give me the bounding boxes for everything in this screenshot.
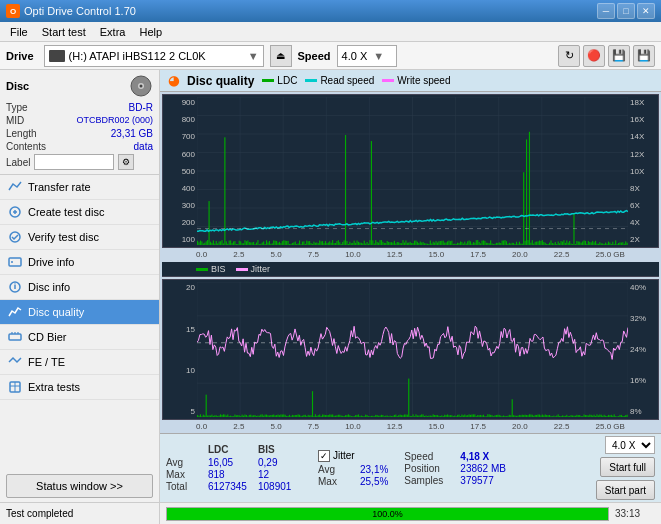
- jitter-max-val: 25,5%: [360, 476, 388, 487]
- max-bis-val: 12: [258, 469, 302, 480]
- drive-icon: [49, 50, 65, 62]
- svg-rect-12: [9, 334, 21, 340]
- nav-extra-tests[interactable]: Extra tests: [0, 375, 159, 400]
- svg-point-11: [14, 283, 15, 284]
- left-panel: Disc Type BD-R MID OTCBDR002 (000) Lengt…: [0, 70, 160, 524]
- nav-create-test-disc[interactable]: Create test disc: [0, 200, 159, 225]
- label-input[interactable]: [34, 154, 114, 170]
- menu-start-test[interactable]: Start test: [36, 24, 92, 40]
- toolbar-btn-4[interactable]: 💾: [633, 45, 655, 67]
- write-speed-legend-color: [382, 79, 394, 82]
- svg-rect-7: [9, 258, 21, 266]
- toolbar-btn-3[interactable]: 💾: [608, 45, 630, 67]
- start-part-button[interactable]: Start part: [596, 480, 655, 500]
- close-button[interactable]: ✕: [637, 3, 655, 19]
- top-chart: 900800700600500400300200100 18X16X14X12X…: [162, 94, 659, 248]
- menu-bar: File Start test Extra Help: [0, 22, 661, 42]
- progress-time: 33:13: [615, 508, 655, 519]
- menu-file[interactable]: File: [4, 24, 34, 40]
- speed-selector[interactable]: 4.0 X ▼: [337, 45, 397, 67]
- verify-disc-icon: [8, 230, 22, 244]
- progress-percent: 100.0%: [167, 508, 608, 520]
- app-title: Opti Drive Control 1.70: [24, 5, 136, 17]
- contents-value: data: [134, 141, 153, 152]
- type-label: Type: [6, 102, 28, 113]
- main-content: Disc Type BD-R MID OTCBDR002 (000) Lengt…: [0, 70, 661, 524]
- charts-area: 900800700600500400300200100 18X16X14X12X…: [160, 92, 661, 433]
- speed-dropdown-arrow: ▼: [373, 50, 384, 62]
- menu-extra[interactable]: Extra: [94, 24, 132, 40]
- svg-point-2: [140, 85, 143, 88]
- label-button[interactable]: ⚙: [118, 154, 134, 170]
- right-panel: ◕ Disc quality LDC Read speed Write spee…: [160, 70, 661, 524]
- speed-dropdown[interactable]: 4.0 X: [605, 436, 655, 454]
- toolbar-btn-2[interactable]: 🔴: [583, 45, 605, 67]
- ldc-legend-label: LDC: [277, 75, 297, 86]
- nav-verify-test-disc[interactable]: Verify test disc: [0, 225, 159, 250]
- top-x-labels: 0.02.55.07.510.012.515.017.520.022.525.0…: [162, 250, 659, 259]
- drive-bar: Drive (H:) ATAPI iHBS112 2 CL0K ▼ ⏏ Spee…: [0, 42, 661, 70]
- nav-items: Transfer rate Create test disc Verify te…: [0, 175, 159, 470]
- fe-te-icon: [8, 355, 22, 369]
- mid-value: OTCBDR002 (000): [76, 115, 153, 126]
- avg-label: Avg: [166, 457, 202, 468]
- jitter-label: Jitter: [333, 450, 355, 461]
- label-label: Label: [6, 157, 30, 168]
- read-speed-legend-color: [305, 79, 317, 82]
- progress-bar-row: 100.0% 33:13: [160, 502, 661, 524]
- menu-help[interactable]: Help: [133, 24, 168, 40]
- contents-label: Contents: [6, 141, 46, 152]
- app-icon: O: [6, 4, 20, 18]
- chart-header: ◕ Disc quality LDC Read speed Write spee…: [160, 70, 661, 92]
- eject-button[interactable]: ⏏: [270, 45, 292, 67]
- title-bar: O Opti Drive Control 1.70 ─ □ ✕: [0, 0, 661, 22]
- legend: LDC Read speed Write speed: [262, 75, 450, 86]
- speed-position: Speed 4,18 X Position 23862 MB Samples 3…: [404, 451, 506, 486]
- bottom-chart-legend: BIS Jitter: [162, 262, 659, 277]
- nav-disc-info[interactable]: Disc info: [0, 275, 159, 300]
- jitter-checkbox[interactable]: ✓: [318, 450, 330, 462]
- action-buttons: 4.0 X Start full Start part: [596, 436, 655, 500]
- minimize-button[interactable]: ─: [597, 3, 615, 19]
- cd-bier-icon: [8, 330, 22, 344]
- progress-bar-container: 100.0%: [166, 507, 609, 521]
- position-value: 23862 MB: [460, 463, 506, 474]
- maximize-button[interactable]: □: [617, 3, 635, 19]
- jitter-avg-val: 23,1%: [360, 464, 388, 475]
- drive-selector[interactable]: (H:) ATAPI iHBS112 2 CL0K ▼: [44, 45, 264, 67]
- disc-icon: [129, 74, 153, 98]
- disc-section: Disc Type BD-R MID OTCBDR002 (000) Lengt…: [0, 70, 159, 175]
- extra-tests-icon: [8, 380, 22, 394]
- total-bis-val: 108901: [258, 481, 302, 492]
- nav-drive-info[interactable]: Drive info: [0, 250, 159, 275]
- type-value: BD-R: [129, 102, 153, 113]
- top-chart-canvas: [197, 97, 628, 245]
- stats-ldc-bis: LDC BIS Avg 16,05 0,29 Max 818 12 Total …: [166, 444, 302, 492]
- disc-quality-icon: [8, 305, 22, 319]
- speed-label: Speed: [404, 451, 454, 462]
- avg-bis-val: 0,29: [258, 457, 302, 468]
- dropdown-arrow: ▼: [248, 50, 259, 62]
- length-value: 23,31 GB: [111, 128, 153, 139]
- total-ldc-val: 6127345: [208, 481, 252, 492]
- nav-disc-quality[interactable]: Disc quality: [0, 300, 159, 325]
- toolbar-btn-1[interactable]: ↻: [558, 45, 580, 67]
- disc-title: Disc: [6, 80, 29, 92]
- read-speed-legend-label: Read speed: [320, 75, 374, 86]
- ldc-legend-color: [262, 79, 274, 82]
- nav-transfer-rate[interactable]: Transfer rate: [0, 175, 159, 200]
- bottom-chart-canvas: [197, 282, 628, 417]
- nav-cd-bier[interactable]: CD Bier: [0, 325, 159, 350]
- samples-value: 379577: [460, 475, 493, 486]
- drive-info-icon: [8, 255, 22, 269]
- status-window-button[interactable]: Status window >>: [6, 474, 153, 498]
- speed-value: 4,18 X: [460, 451, 489, 462]
- write-speed-legend-label: Write speed: [397, 75, 450, 86]
- bis-col-header: BIS: [258, 444, 302, 455]
- mid-label: MID: [6, 115, 24, 126]
- nav-fe-te[interactable]: FE / TE: [0, 350, 159, 375]
- start-full-button[interactable]: Start full: [600, 457, 655, 477]
- speed-value: 4.0 X: [342, 50, 368, 62]
- svg-point-8: [11, 261, 13, 263]
- position-label: Position: [404, 463, 454, 474]
